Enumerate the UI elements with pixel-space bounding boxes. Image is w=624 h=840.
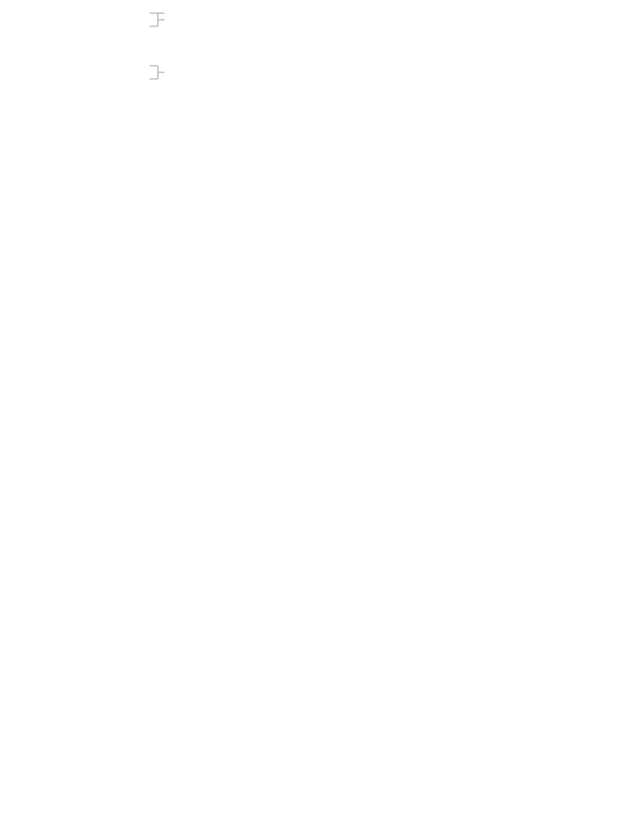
left-round1 xyxy=(0,0,624,840)
left-r1-col xyxy=(0,0,624,840)
bracket-container xyxy=(0,0,624,840)
